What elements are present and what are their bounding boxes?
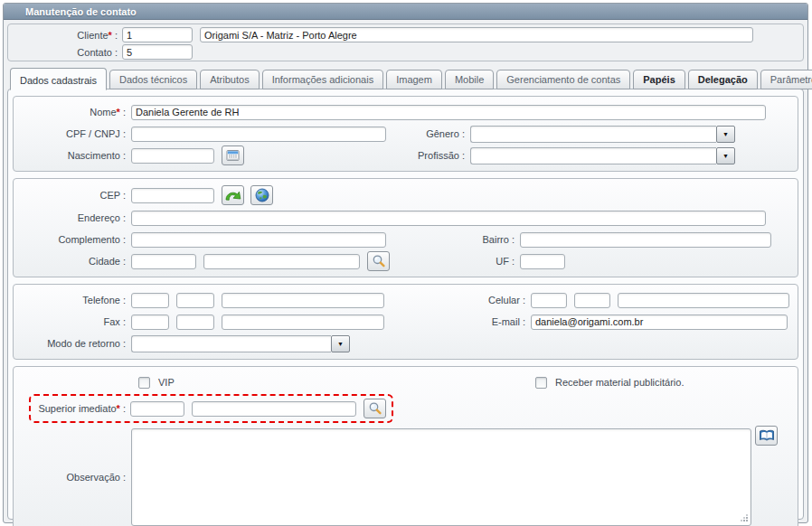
profissao-label: Profissão : (371, 150, 470, 161)
superior-imediato-label: Superior imediato* : (34, 403, 130, 414)
endereco-input[interactable] (131, 211, 766, 226)
phone-email-section: Telefone : Celular : Fax : E-mail : (13, 284, 798, 360)
fax-ddd-input[interactable] (131, 315, 169, 330)
observacao-textarea[interactable] (131, 428, 751, 526)
complemento-input[interactable] (131, 232, 386, 248)
cpf-cnpj-label: CPF / CNPJ : (14, 128, 131, 139)
nascimento-input[interactable] (131, 148, 214, 164)
globe-icon (255, 188, 269, 202)
tab-parametros[interactable]: Parâmetros (760, 70, 812, 89)
tab-imagem[interactable]: Imagem (386, 70, 442, 89)
calendar-icon (226, 149, 240, 162)
contact-maintenance-window: Manutenção de contato Cliente* : Contato… (3, 3, 808, 523)
celular-label: Celular : (419, 295, 531, 305)
telefone-prefix-input[interactable] (176, 293, 214, 308)
observacao-label: Observação : (14, 472, 131, 483)
superior-imediato-search-button[interactable] (364, 399, 386, 418)
chevron-down-icon[interactable]: ▼ (716, 126, 735, 143)
search-icon (368, 401, 382, 416)
green-arrow-icon (224, 189, 241, 202)
fax-label: Fax : (14, 316, 131, 327)
cidade-search-button[interactable] (367, 251, 390, 271)
cliente-code-input[interactable] (122, 27, 193, 42)
contato-input[interactable] (122, 44, 193, 60)
fax-number-input[interactable] (222, 315, 384, 330)
cep-label: CEP : (14, 190, 131, 201)
tab-dados-cadastrais[interactable]: Dados cadastrais (10, 68, 107, 90)
profissao-select[interactable]: ▼ (470, 147, 735, 164)
profissao-select-value (470, 147, 716, 164)
celular-prefix-input[interactable] (574, 293, 610, 308)
superior-imediato-code-input[interactable] (130, 401, 184, 417)
calendar-button[interactable] (222, 146, 244, 165)
modo-retorno-label: Modo de retorno : (14, 338, 131, 349)
genero-select[interactable]: ▼ (470, 126, 735, 143)
cidade-label: Cidade : (14, 256, 131, 267)
celular-number-input[interactable] (618, 293, 789, 308)
notes-dictionary-button[interactable] (755, 426, 778, 446)
vip-label: VIP (158, 377, 175, 388)
genero-label: Gênero : (371, 128, 470, 139)
cpf-cnpj-input[interactable] (131, 127, 386, 142)
resize-grip[interactable] (741, 514, 748, 521)
modo-retorno-select-value (131, 335, 331, 352)
cliente-label: Cliente* : (8, 30, 122, 41)
endereco-label: Endereço : (14, 212, 131, 223)
tab-gerenciamento-de-contas[interactable]: Gerenciamento de contas (496, 70, 630, 89)
bairro-input[interactable] (520, 232, 771, 248)
celular-ddd-input[interactable] (531, 293, 567, 308)
superior-imediato-name-input[interactable] (192, 401, 356, 417)
search-icon (372, 254, 386, 268)
web-address-button[interactable] (250, 185, 273, 205)
fax-prefix-input[interactable] (176, 315, 214, 330)
identity-section: Nome* : CPF / CNPJ : Gênero : ▼ Nascimen… (13, 96, 798, 172)
modo-retorno-select[interactable]: ▼ (131, 335, 350, 352)
cliente-name-input[interactable] (200, 27, 753, 42)
genero-select-value (470, 126, 716, 143)
nome-label: Nome* : (14, 107, 131, 117)
tab-bar: Dados cadastrais Dados técnicos Atributo… (7, 67, 811, 89)
nome-input[interactable] (131, 105, 766, 120)
tab-delegacao[interactable]: Delegação (688, 70, 758, 89)
bairro-label: Bairro : (410, 234, 520, 245)
open-book-icon (759, 429, 775, 442)
tab-atributos[interactable]: Atributos (200, 70, 259, 89)
tab-papeis[interactable]: Papéis (633, 70, 685, 89)
contato-label: Contato : (8, 47, 122, 58)
vip-checkbox[interactable] (138, 377, 150, 389)
window-titlebar: Manutenção de contato (4, 4, 807, 20)
tab-informacoes-adicionais[interactable]: Informações adicionais (262, 70, 384, 89)
uf-input[interactable] (520, 254, 565, 269)
email-label: E-mail : (419, 316, 531, 327)
telefone-number-input[interactable] (222, 293, 384, 308)
uf-label: UF : (410, 256, 520, 267)
tab-content-panel: Nome* : CPF / CNPJ : Gênero : ▼ Nascimen… (7, 89, 804, 520)
cidade-code-input[interactable] (131, 254, 196, 269)
address-section: CEP : (13, 178, 798, 277)
chevron-down-icon[interactable]: ▼ (331, 335, 350, 352)
receber-material-label: Receber material publicitário. (555, 377, 684, 388)
complemento-label: Complemento : (14, 234, 131, 245)
cep-input[interactable] (131, 188, 214, 203)
window-title: Manutenção de contato (25, 6, 137, 17)
nascimento-label: Nascimento : (14, 150, 131, 161)
client-contact-header: Cliente* : Contato : (7, 23, 804, 61)
email-input[interactable] (531, 315, 788, 330)
tab-dados-tecnicos[interactable]: Dados técnicos (109, 70, 197, 89)
telefone-label: Telefone : (14, 295, 131, 305)
superior-imediato-highlight: Superior imediato* : (29, 394, 393, 423)
receber-material-checkbox[interactable] (535, 377, 547, 389)
cidade-name-input[interactable] (203, 254, 360, 269)
telefone-ddd-input[interactable] (131, 293, 169, 308)
cep-lookup-button[interactable] (222, 185, 244, 205)
chevron-down-icon[interactable]: ▼ (716, 147, 735, 164)
tab-mobile[interactable]: Mobile (445, 70, 494, 89)
flags-notes-section: VIP Receber material publicitário. Super… (13, 366, 798, 526)
